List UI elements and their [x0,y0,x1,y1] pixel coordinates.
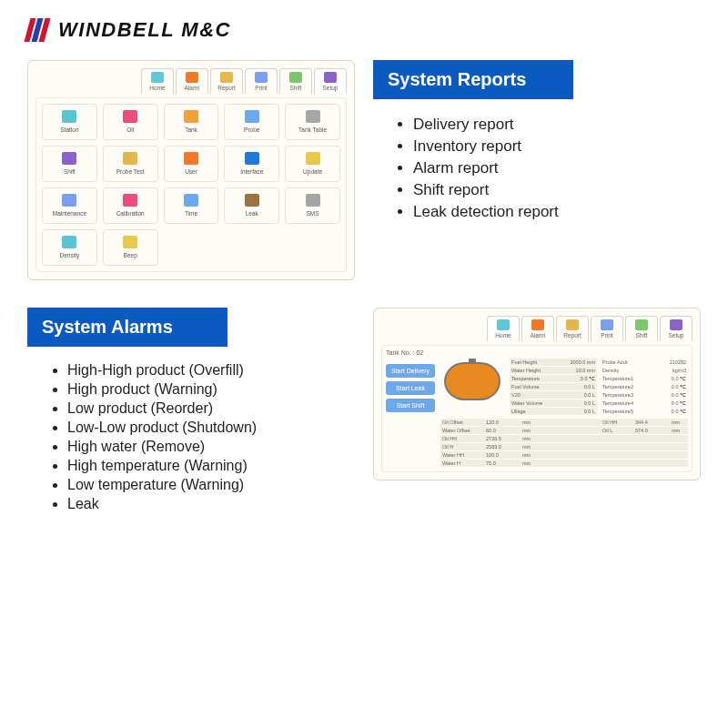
setup-tile-beep[interactable]: Beep [103,229,158,266]
offset-row: Water H75.0mm [440,460,688,467]
tank-icon [184,110,198,123]
density-icon [62,236,76,248]
tab-setup[interactable]: Setup [314,68,347,94]
list-item: Low temperature (Warning) [67,477,355,493]
setup-tile-update[interactable]: Update [285,146,340,182]
tank-number-value: 02 [416,349,423,356]
tile-label: Station [60,126,78,133]
brand-header: WINDBELL M&C [0,0,728,60]
probe-test-icon [123,152,137,165]
list-item: High-High product (Overfill) [67,362,355,379]
setup-tile-oil[interactable]: Oil [103,104,158,140]
setup-tile-probe-test[interactable]: Probe Test [103,146,158,182]
tab-label: Shift [289,85,301,91]
list-item: High product (Warning) [67,381,355,398]
home-panel: HomeAlarmReportPrintShiftSetup Tank No. … [373,308,701,480]
tile-label: Probe [244,126,259,133]
shift-icon [289,72,302,83]
readout-row: Temperature30.0 ℃ [601,391,688,399]
nav-tabs: HomeAlarmReportPrintShiftSetup [381,316,693,341]
alarm-icon [186,72,198,83]
tile-label: SMS [307,210,319,217]
tile-label: Beep [124,252,137,258]
start-delivery-button[interactable]: Start Delivery [386,364,435,378]
list-item: High temperature (Warning) [67,458,355,474]
readout-row: Water Height10.0 mm [510,367,597,374]
tab-label: Print [601,332,612,339]
setup-tile-calibration[interactable]: Calibration [103,187,158,224]
readout-row: Ullage0.0 L [510,408,597,415]
tab-shift[interactable]: Shift [279,68,312,94]
start-shift-button[interactable]: Start Shift [386,399,435,412]
sms-icon [306,194,320,207]
calibration-icon [123,194,137,207]
setup-tile-density[interactable]: Density [42,229,97,266]
setup-tile-station[interactable]: Station [42,104,97,140]
tab-label: Alarm [531,332,546,339]
tab-print[interactable]: Print [245,68,278,94]
station-icon [62,110,76,123]
setup-tile-probe[interactable]: Probe [224,104,279,140]
system-alarms-list: High-High product (Overfill)High product… [27,362,355,512]
list-item: Shift report [413,181,701,199]
offset-row: Water HH100.0mm [440,451,688,459]
tab-home[interactable]: Home [487,316,520,341]
setup-tile-leak[interactable]: Leak [224,187,279,224]
setup-tile-tank[interactable]: Tank [164,104,219,140]
list-item: Alarm report [413,159,701,177]
tab-label: Setup [669,332,684,339]
system-reports-heading: System Reports [373,60,573,99]
setup-icon [324,72,337,83]
tab-report[interactable]: Report [556,316,589,341]
probe-icon [245,110,259,123]
beep-icon [123,236,137,248]
tab-print[interactable]: Print [591,316,623,341]
tile-label: Leak [246,210,258,217]
tile-label: Time [185,210,197,217]
setup-panel: HomeAlarmReportPrintShiftSetup StationOi… [27,60,355,280]
tank-label: Tank No. : [386,349,415,356]
tab-label: Report [217,85,236,91]
list-item: Low-Low product (Shutdown) [67,420,355,436]
update-icon [306,152,320,165]
tile-label: Calibration [116,210,145,217]
system-reports-list: Delivery reportInventory reportAlarm rep… [373,116,701,221]
setup-tile-maintenance[interactable]: Maintenance [42,187,97,224]
interface-icon [245,152,259,165]
tab-alarm[interactable]: Alarm [176,68,208,94]
readout-row: Temperature50.0 ℃ [601,408,688,415]
system-alarms-heading: System Alarms [27,308,228,347]
tab-shift[interactable]: Shift [625,316,658,341]
shift-icon [62,152,76,165]
tile-label: Maintenance [53,210,86,217]
time-icon [184,194,198,207]
tab-alarm[interactable]: Alarm [521,316,554,341]
tab-label: Shift [635,332,647,339]
offset-row: Water Offset60.0mmOil L574.0mm [440,427,688,434]
tab-report[interactable]: Report [210,68,243,94]
setup-tile-time[interactable]: Time [164,187,219,224]
readout-row: Temperature40.0 ℃ [601,399,688,407]
readout-row: Water Volume0.0 L [510,399,597,407]
tile-label: Tank Table [298,126,327,133]
tile-label: User [185,168,197,175]
setup-tile-shift[interactable]: Shift [42,146,97,182]
tile-label: Update [303,168,322,175]
setup-tile-grid: StationOilTankProbeTank TableShiftProbe … [35,97,347,272]
tab-label: Report [563,332,581,339]
tile-label: Interface [240,168,263,175]
readout-row: Probe Addr210282 [601,359,688,366]
setup-tile-user[interactable]: User [164,146,219,182]
tank-number-label: Tank No. : 02 [386,349,688,356]
tab-home[interactable]: Home [141,68,174,94]
tile-label: Shift [64,168,76,175]
shift-icon [635,319,648,330]
start-leak-button[interactable]: Start Leak [386,381,435,395]
alarm-icon [531,319,544,330]
leak-icon [245,194,259,207]
tab-setup[interactable]: Setup [660,316,693,341]
setup-tile-sms[interactable]: SMS [285,187,340,224]
setup-tile-tank-table[interactable]: Tank Table [285,104,340,140]
home-icon [151,72,164,83]
setup-tile-interface[interactable]: Interface [224,146,279,182]
